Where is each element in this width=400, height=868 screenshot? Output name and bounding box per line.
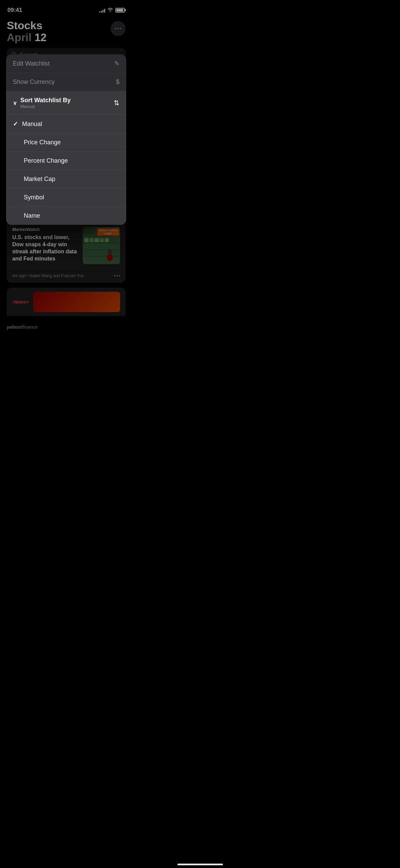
status-icons bbox=[99, 7, 125, 13]
news-source: MarketWatch bbox=[12, 227, 79, 232]
edit-watchlist-label: Edit Watchlist bbox=[13, 60, 50, 67]
svg-point-15 bbox=[108, 249, 112, 254]
show-currency-item[interactable]: Show Currency $ bbox=[6, 73, 126, 91]
more-dots-icon bbox=[115, 28, 121, 29]
currency-icon: $ bbox=[116, 78, 119, 86]
sort-option-label: Percent Change bbox=[24, 157, 68, 164]
sort-collapse-icon: ∨ bbox=[13, 100, 17, 106]
yahoo-finance-label: yahoo!finance bbox=[7, 324, 38, 330]
news-more-button[interactable] bbox=[114, 275, 120, 276]
status-time: 09:41 bbox=[7, 7, 22, 14]
sort-option-label: Price Change bbox=[24, 139, 61, 146]
sort-option-price-change[interactable]: Price Change bbox=[6, 133, 126, 152]
sort-header[interactable]: ∨ Sort Watchlist By Manual ⇅ bbox=[6, 91, 126, 115]
sort-option-label: Market Cap bbox=[24, 176, 55, 183]
news-plus-thumbnail bbox=[33, 292, 120, 312]
header-title: Stocks April 12 bbox=[7, 20, 46, 43]
news-thumbnail: WHOA THAT'SLOW! bbox=[83, 227, 120, 264]
news-meta: 4m ago • Isabel Wang and Frances Yue bbox=[12, 273, 84, 278]
sort-option-label: Manual bbox=[22, 121, 42, 128]
svg-rect-11 bbox=[90, 238, 94, 242]
stocks-date: April 12 bbox=[7, 32, 46, 43]
sort-check-icon: ✓ bbox=[13, 120, 18, 128]
news-headline: U.S. stocks end lower, Dow snaps 4-day w… bbox=[12, 234, 79, 262]
more-button[interactable] bbox=[111, 21, 126, 36]
sort-section: ∨ Sort Watchlist By Manual ⇅ ✓ Manual Pr… bbox=[6, 91, 126, 225]
date-number: 12 bbox=[35, 31, 47, 43]
wifi-icon bbox=[107, 7, 113, 13]
sort-option-percent-change[interactable]: Percent Change bbox=[6, 152, 126, 170]
news-plus-preview[interactable]: News+ bbox=[7, 288, 126, 316]
svg-rect-17 bbox=[107, 255, 109, 260]
show-currency-label: Show Currency bbox=[13, 78, 55, 86]
svg-rect-8 bbox=[83, 249, 120, 250]
edit-watchlist-item[interactable]: Edit Watchlist ✎ bbox=[6, 54, 126, 73]
svg-rect-9 bbox=[83, 256, 120, 257]
sort-option-market-cap[interactable]: Market Cap bbox=[6, 170, 126, 188]
sort-option-label: Symbol bbox=[24, 194, 44, 201]
sort-option-symbol[interactable]: Symbol bbox=[6, 188, 126, 207]
sort-title: Sort Watchlist By bbox=[20, 97, 71, 104]
sort-arrows-icon: ⇅ bbox=[114, 99, 119, 107]
sort-option-label: Name bbox=[24, 212, 40, 219]
context-menu: Edit Watchlist ✎ Show Currency $ ∨ Sort … bbox=[6, 54, 126, 225]
battery-icon bbox=[115, 8, 125, 13]
svg-rect-18 bbox=[111, 255, 113, 260]
svg-rect-10 bbox=[84, 238, 89, 242]
svg-rect-13 bbox=[100, 238, 104, 242]
news-card[interactable]: MarketWatch U.S. stocks end lower, Dow s… bbox=[7, 221, 126, 283]
svg-rect-12 bbox=[95, 238, 99, 242]
signal-bars-icon bbox=[99, 8, 105, 13]
svg-rect-14 bbox=[105, 238, 109, 242]
status-bar: 09:41 bbox=[0, 0, 132, 17]
news-plus-label: News+ bbox=[12, 299, 29, 305]
sort-option-manual[interactable]: ✓ Manual bbox=[6, 115, 126, 133]
sort-option-name[interactable]: Name bbox=[6, 207, 126, 225]
app-title: Stocks bbox=[7, 20, 46, 32]
date-label: April bbox=[7, 31, 32, 43]
sort-current-value: Manual bbox=[20, 104, 71, 109]
svg-rect-7 bbox=[83, 242, 120, 243]
edit-icon: ✎ bbox=[114, 60, 119, 67]
news-thumbnail-tag: WHOA THAT'SLOW! bbox=[97, 228, 119, 236]
main-header: Stocks April 12 bbox=[0, 17, 132, 47]
yahoo-finance-footer: yahoo!finance bbox=[0, 321, 132, 340]
